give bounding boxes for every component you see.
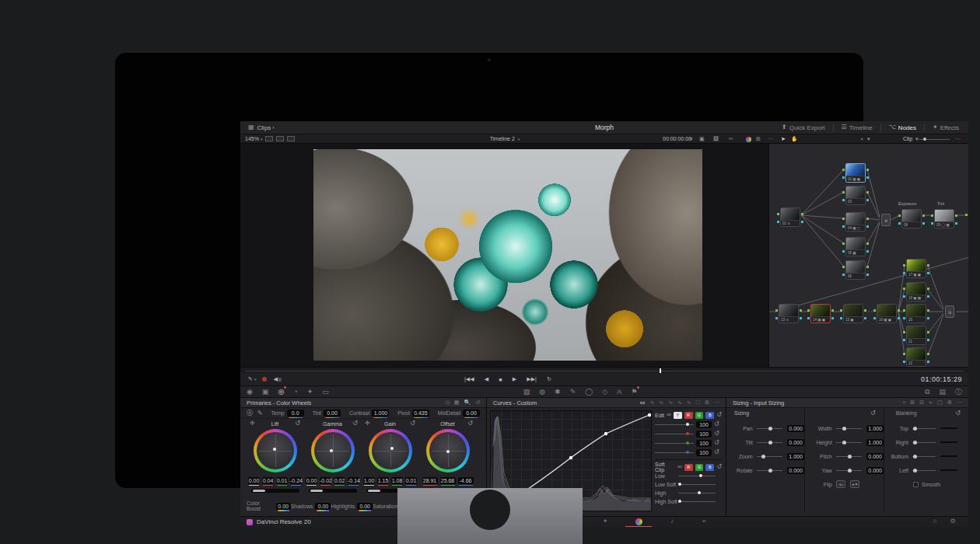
node-04[interactable]: 04 ▦ ▢ [845,212,866,232]
width-slider[interactable] [836,428,863,429]
tilt-value[interactable]: 0.000 [787,439,804,446]
yaw-value[interactable]: 0.000 [866,467,884,474]
node-09-tint[interactable]: 09 ◯ ▦ [934,209,954,228]
settings-icon[interactable]: ⚙ [705,399,709,406]
more-options-icon[interactable]: ⋯ [768,136,773,142]
crop-icon[interactable]: ⌗ [902,399,905,406]
pan-slider[interactable] [757,428,783,429]
contrast-value[interactable]: 1.000 [372,410,389,417]
lift-master-value[interactable]: 0.00 [248,477,260,484]
edit-sizing-icon[interactable]: ⊟ [919,399,924,406]
node-05[interactable]: 05 ▦ [845,237,866,256]
y-gain-slider[interactable] [655,424,694,425]
gallery-icon[interactable]: ⧉ [925,388,929,396]
audio-mute-icon[interactable]: ◀))) [273,376,281,382]
r-gain-value[interactable]: 100 [696,431,712,438]
step-back-button[interactable]: ◀ [485,376,488,382]
timeline-scrub-bar[interactable] [240,367,968,373]
gain-picker-icon[interactable]: ✛ [365,420,370,427]
lift-master-slider[interactable] [251,489,299,493]
single-viewer-toggle[interactable] [265,136,273,141]
gamma-master-slider[interactable] [309,489,357,493]
pan-value[interactable]: 0.000 [787,425,804,432]
lift-picker-icon[interactable]: ✛ [250,420,255,427]
pivot-value[interactable]: 0.435 [412,410,429,417]
rgb-mixer-icon[interactable]: ✦ [307,388,313,396]
enhanced-viewer-toggle[interactable] [287,136,295,141]
grid-icon[interactable]: ▦ [454,399,460,406]
lift-red-value[interactable]: 0.04 [262,477,274,484]
zoom-value[interactable]: 1.000 [787,453,804,460]
reset-icon[interactable]: ↺ [714,440,719,446]
color-warper-icon[interactable]: ◍ [539,388,545,396]
link-channels-icon[interactable]: ∞ [667,412,671,418]
wipe-mode-icon[interactable]: ▣ [699,136,705,142]
slider-handle[interactable] [923,138,926,141]
page-fusion-icon[interactable]: ✦ [597,518,613,525]
gamma-color-wheel[interactable] [311,429,355,473]
white-balance-picker-icon[interactable]: ✎ [257,410,263,417]
gamma-wheel-handle[interactable] [330,449,333,452]
split-viewer-toggle[interactable] [276,136,284,141]
highlights-value[interactable]: 0.00 [357,503,373,510]
page-deliver-icon[interactable]: ➢ [696,518,712,525]
custom-curve-mode-icon[interactable]: ▭ [640,399,646,406]
more-options-icon[interactable]: ⋯ [957,399,962,406]
viewer-timecode[interactable]: 00:00:00:00 [663,136,691,141]
g-gain-value[interactable]: 100 [696,440,712,447]
blanking-bottom-value[interactable] [940,455,957,457]
gain-wheel-handle[interactable] [390,447,394,450]
offset-red-value[interactable]: 28.91 [422,477,438,484]
height-value[interactable]: 1.000 [866,439,884,446]
b-gain-slider[interactable] [655,452,694,453]
node-21[interactable]: 21 [906,326,926,345]
node-dot-icon[interactable]: • [861,136,863,141]
temp-value[interactable]: 0.0 [287,410,304,417]
sat-vs-sat-icon[interactable]: ∿ [687,399,691,406]
offset-green-value[interactable]: 25.68 [440,477,456,484]
zoom-slider[interactable] [757,456,783,457]
node-03[interactable]: 03 [845,186,866,205]
node-08-exposure[interactable]: 08 [901,209,922,228]
gain-reset-icon[interactable]: ↺ [410,420,415,427]
channel-r-button[interactable]: R [684,412,693,419]
qualifier-icon[interactable]: ✱ [555,388,561,396]
offset-color-wheel[interactable] [426,429,470,473]
hue-vs-hue-icon[interactable]: ∿ [649,399,654,406]
shadows-value[interactable]: 0.00 [315,503,331,510]
pitch-value[interactable]: 0.000 [866,453,884,460]
expand-icon[interactable]: ⛶ [696,399,700,406]
node-14-current[interactable]: 14 ▦ ▣ [810,304,831,323]
blanking-top-slider[interactable] [912,428,936,429]
motion-effects-icon[interactable]: ▭ [322,388,329,396]
reset-icon[interactable]: ↺ [714,421,719,427]
node-20[interactable]: 20 [906,304,926,323]
gamma-reset-icon[interactable]: ↺ [352,420,358,427]
stop-button[interactable]: ■ [499,377,502,382]
hue-vs-sat-icon[interactable]: ∿ [659,399,663,406]
rotate-value[interactable]: 0.000 [787,467,804,474]
smooth-checkbox[interactable] [913,482,919,487]
window-icon[interactable]: ◯ [585,388,593,396]
blanking-left-value[interactable] [940,469,957,471]
soft-clip-r-button[interactable]: R [684,464,693,471]
more-options-icon[interactable]: ⋯ [714,399,719,406]
flip-horizontal-button[interactable]: ◅▻ [836,480,845,488]
gamma-blue-value[interactable]: -0.14 [348,477,359,484]
soft-clip-b-button[interactable]: B [705,464,714,471]
reset-icon[interactable]: ↺ [475,399,480,406]
reset-icon[interactable]: ↺ [716,412,722,418]
tracker-icon[interactable]: ◇ [602,388,607,396]
clip-selector[interactable]: Clip [903,136,912,141]
color-wheels-icon[interactable]: ◎ [278,388,284,396]
gain-master-value[interactable]: 1.00 [363,477,375,484]
lift-reset-icon[interactable]: ↺ [295,420,300,427]
flag-icon[interactable]: ⚑ [631,388,637,396]
node-options-icon[interactable]: ⋯ [955,136,961,142]
lift-wheel-handle[interactable] [273,448,276,451]
node-15[interactable]: 15 ▣ [843,304,863,323]
split-clip-icon[interactable]: ✂ [729,136,733,142]
reset-icon[interactable]: ↺ [716,464,722,470]
g-gain-slider[interactable] [655,443,694,444]
reset-icon[interactable]: ↺ [714,431,719,437]
